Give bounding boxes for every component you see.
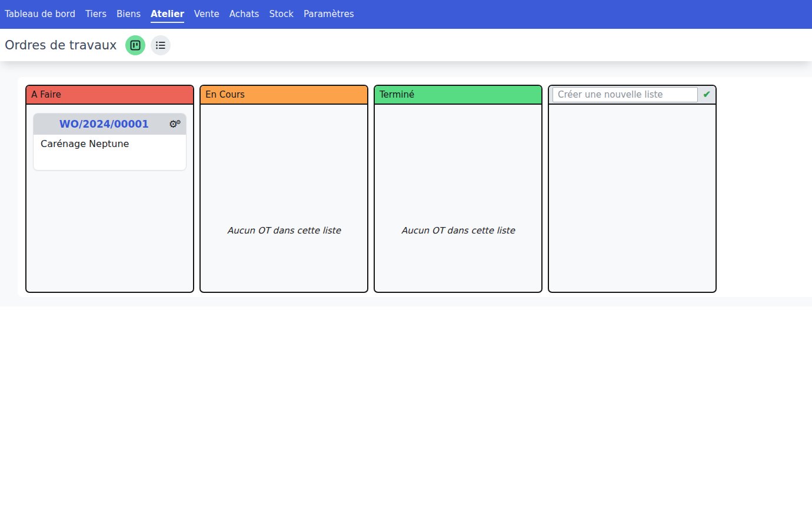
- gears-icon[interactable]: ⚙⚙: [169, 119, 181, 129]
- column-header-a-faire[interactable]: A Faire: [26, 86, 193, 105]
- kanban-board: A Faire WO/2024/00001 ⚙⚙ Carénage Neptun…: [25, 85, 805, 293]
- work-order-card-header: WO/2024/00001 ⚙⚙: [34, 114, 186, 135]
- empty-list-message: Aucun OT dans cette liste: [375, 225, 541, 236]
- column-header-en-cours[interactable]: En Cours: [201, 86, 367, 105]
- column-body: WO/2024/00001 ⚙⚙ Carénage Neptune: [26, 105, 193, 292]
- nav-item-achats[interactable]: Achats: [229, 6, 259, 23]
- kanban-view-button[interactable]: [125, 35, 145, 55]
- work-order-card[interactable]: WO/2024/00001 ⚙⚙ Carénage Neptune: [33, 113, 187, 171]
- top-nav: Tableau de bord Tiers Biens Atelier Vent…: [0, 0, 812, 29]
- new-list-header: ✔: [549, 86, 716, 105]
- board-panel: A Faire WO/2024/00001 ⚙⚙ Carénage Neptun…: [18, 77, 812, 297]
- nav-item-stock[interactable]: Stock: [269, 6, 294, 23]
- page-header: Ordres de travaux: [0, 29, 812, 61]
- nav-item-atelier[interactable]: Atelier: [151, 6, 184, 23]
- kanban-icon: [129, 39, 141, 51]
- column-body: [549, 105, 716, 292]
- new-list-name-input[interactable]: [553, 87, 698, 102]
- column-body: Aucun OT dans cette liste: [375, 105, 541, 292]
- page-title: Ordres de travaux: [5, 38, 117, 52]
- confirm-new-list-button[interactable]: ✔: [702, 90, 712, 99]
- check-icon: ✔: [703, 89, 711, 99]
- list-view-button[interactable]: [151, 35, 171, 55]
- nav-item-tableau-de-bord[interactable]: Tableau de bord: [5, 6, 75, 23]
- kanban-column-a-faire: A Faire WO/2024/00001 ⚙⚙ Carénage Neptun…: [25, 85, 194, 293]
- column-title: Terminé: [380, 89, 414, 100]
- kanban-column-new-list: ✔: [548, 85, 717, 293]
- work-order-title: Carénage Neptune: [34, 135, 186, 153]
- list-icon: [155, 39, 167, 51]
- kanban-column-en-cours: En Cours Aucun OT dans cette liste: [199, 85, 368, 293]
- empty-list-message: Aucun OT dans cette liste: [201, 225, 367, 236]
- workorders-kanban-view: A Faire WO/2024/00001 ⚙⚙ Carénage Neptun…: [0, 61, 812, 306]
- work-order-reference-link[interactable]: WO/2024/00001: [39, 118, 169, 130]
- column-title: En Cours: [205, 89, 245, 100]
- column-body: Aucun OT dans cette liste: [201, 105, 367, 292]
- kanban-column-termine: Terminé Aucun OT dans cette liste: [374, 85, 543, 293]
- nav-item-vente[interactable]: Vente: [194, 6, 219, 23]
- column-header-termine[interactable]: Terminé: [375, 86, 541, 105]
- nav-item-biens[interactable]: Biens: [117, 6, 141, 23]
- nav-item-parametres[interactable]: Paramètres: [304, 6, 354, 23]
- nav-item-tiers[interactable]: Tiers: [85, 6, 107, 23]
- column-title: A Faire: [31, 89, 61, 100]
